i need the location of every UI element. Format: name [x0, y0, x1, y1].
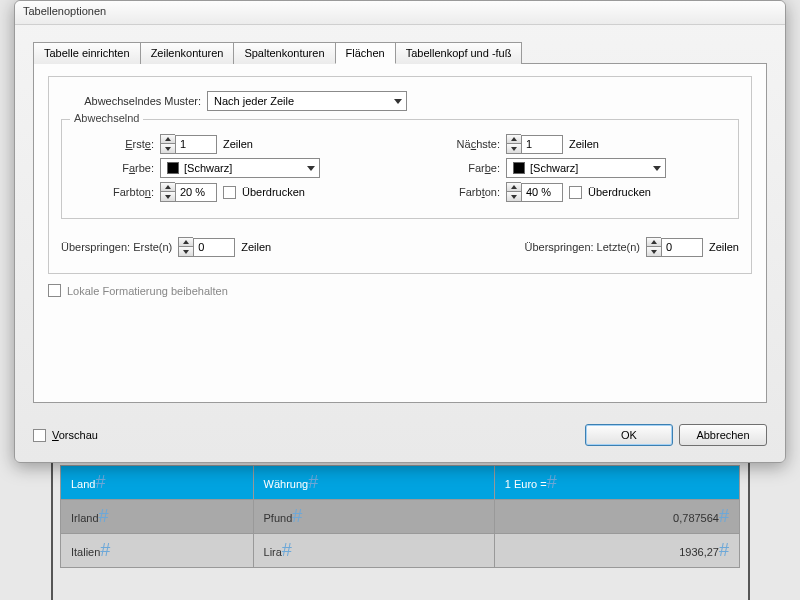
dialog-title: Tabellenoptionen [15, 1, 785, 25]
preview-label: Vorschau [52, 429, 98, 441]
tab-headers-footers[interactable]: Tabellenkopf und -fuß [395, 42, 523, 64]
color-right-select[interactable]: [Schwarz] [506, 158, 666, 178]
tab-column-strokes[interactable]: Spaltenkonturen [233, 42, 335, 64]
skip-last-spinner[interactable] [646, 237, 703, 257]
color-left-label: Farbe: [74, 162, 154, 174]
next-spinner[interactable] [506, 134, 563, 154]
chevron-down-icon [653, 166, 661, 171]
tab-bar: Tabelle einrichten Zeilenkonturen Spalte… [33, 41, 767, 63]
chevron-down-icon [394, 99, 402, 104]
alternating-legend: Abwechselnd [70, 112, 143, 124]
swatch-icon [167, 162, 179, 174]
skip-first-input[interactable] [193, 238, 235, 257]
tint-right-label: Farbton: [420, 186, 500, 198]
tint-right-input[interactable] [521, 183, 563, 202]
tint-left-input[interactable] [175, 183, 217, 202]
color-left-select[interactable]: [Schwarz] [160, 158, 320, 178]
skip-last-label: Überspringen: Letzte(n) [524, 241, 640, 253]
rows-label: Zeilen [241, 241, 271, 253]
tab-panel: Abwechselndes Muster: Nach jeder Zeile A… [33, 63, 767, 403]
pattern-label: Abwechselndes Muster: [61, 95, 201, 107]
keep-formatting-label: Lokale Formatierung beibehalten [67, 285, 228, 297]
swatch-icon [513, 162, 525, 174]
pattern-value: Nach jeder Zeile [214, 95, 294, 107]
tint-left-spinner[interactable] [160, 182, 217, 202]
chevron-down-icon [307, 166, 315, 171]
keep-formatting-checkbox[interactable] [48, 284, 61, 297]
color-right-label: Farbe: [420, 162, 500, 174]
overprint-right-label: Überdrucken [588, 186, 651, 198]
first-spinner[interactable] [160, 134, 217, 154]
ok-button[interactable]: OK [585, 424, 673, 446]
next-input[interactable] [521, 135, 563, 154]
skip-last-input[interactable] [661, 238, 703, 257]
rows-label: Zeilen [709, 241, 739, 253]
tint-right-spinner[interactable] [506, 182, 563, 202]
cancel-button[interactable]: Abbrechen [679, 424, 767, 446]
rows-label: Zeilen [569, 138, 599, 150]
skip-first-label: Überspringen: Erste(n) [61, 241, 172, 253]
preview-checkbox[interactable] [33, 429, 46, 442]
next-label: Nächste: [420, 138, 500, 150]
overprint-right-checkbox[interactable] [569, 186, 582, 199]
tab-fills[interactable]: Flächen [335, 42, 396, 64]
overprint-left-label: Überdrucken [242, 186, 305, 198]
background-table: Land#Währung#1 Euro =# Irland#Pfund#0,78… [60, 465, 740, 568]
table-options-dialog: Tabellenoptionen Tabelle einrichten Zeil… [14, 0, 786, 463]
first-input[interactable] [175, 135, 217, 154]
pattern-select[interactable]: Nach jeder Zeile [207, 91, 407, 111]
tab-setup[interactable]: Tabelle einrichten [33, 42, 141, 64]
skip-first-spinner[interactable] [178, 237, 235, 257]
overprint-left-checkbox[interactable] [223, 186, 236, 199]
tab-row-strokes[interactable]: Zeilenkonturen [140, 42, 235, 64]
tint-left-label: Farbton: [74, 186, 154, 198]
rows-label: Zeilen [223, 138, 253, 150]
first-label: Erste: [74, 138, 154, 150]
